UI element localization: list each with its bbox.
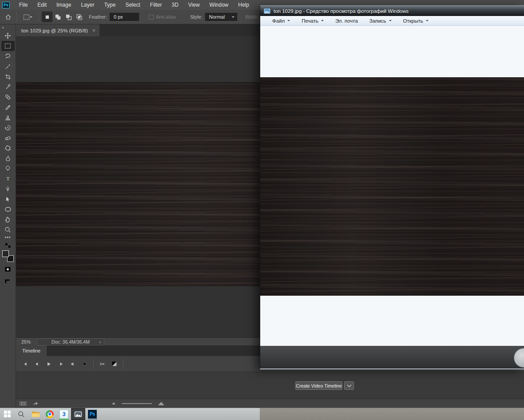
- eyedropper-tool[interactable]: [1, 82, 15, 92]
- photo-viewer-content: [260, 26, 524, 346]
- swap-colors-icon[interactable]: [1, 242, 15, 249]
- chevron-right-icon[interactable]: ›: [99, 339, 101, 345]
- previous-frame-icon[interactable]: [31, 359, 43, 369]
- menu-image[interactable]: Image: [52, 0, 76, 10]
- viewer-menu-open-label: Открыть: [403, 18, 423, 24]
- play-icon[interactable]: [43, 359, 55, 369]
- anti-alias-option: Anti-alias: [149, 14, 176, 20]
- add-to-selection-button[interactable]: [52, 12, 63, 22]
- style-select[interactable]: Normal: [205, 13, 237, 21]
- document-tab[interactable]: ton 1029.jpg @ 25% (RGB/8) ×: [16, 24, 99, 36]
- close-icon[interactable]: ×: [92, 28, 95, 34]
- svg-text:T: T: [6, 176, 9, 181]
- history-brush-tool[interactable]: [1, 123, 15, 133]
- dodge-tool[interactable]: [1, 163, 15, 174]
- menu-3d[interactable]: 3D: [167, 0, 183, 10]
- hand-tool[interactable]: [1, 214, 15, 225]
- marquee-preset-icon[interactable]: [20, 12, 35, 22]
- home-icon[interactable]: [3, 12, 13, 22]
- create-video-timeline-button[interactable]: Create Video Timeline: [295, 381, 342, 390]
- gradient-tool[interactable]: [1, 143, 15, 153]
- screen: Ps File Edit Image Layer Type Select Fil…: [0, 0, 524, 420]
- timeline-zoom-in-icon[interactable]: [158, 402, 164, 405]
- type-tool[interactable]: T: [1, 174, 15, 184]
- path-selection-tool[interactable]: [1, 194, 15, 204]
- transition-icon[interactable]: [108, 359, 120, 369]
- style-value: Normal: [209, 14, 225, 20]
- new-selection-button[interactable]: [42, 12, 52, 22]
- magic-wand-tool[interactable]: [1, 61, 15, 71]
- zoom-level[interactable]: 25%: [16, 339, 37, 345]
- anti-alias-label: Anti-alias: [156, 14, 176, 20]
- chevron-down-icon: [30, 16, 32, 19]
- anti-alias-checkbox[interactable]: [149, 15, 154, 20]
- file-explorer-button[interactable]: [28, 408, 43, 420]
- timeline-zoom-out-icon[interactable]: [112, 402, 115, 404]
- first-frame-icon[interactable]: [19, 359, 31, 369]
- menu-file[interactable]: File: [14, 0, 32, 10]
- timeline-body: Create Video Timeline: [16, 372, 524, 399]
- menu-filter[interactable]: Filter: [145, 0, 167, 10]
- split-scissors-icon[interactable]: ✂: [96, 359, 108, 369]
- frames-icon[interactable]: [17, 399, 29, 408]
- render-export-arrow-icon[interactable]: [29, 399, 41, 408]
- screen-mode-icon[interactable]: [1, 276, 15, 287]
- eraser-tool[interactable]: [1, 133, 15, 143]
- audio-icon[interactable]: [67, 359, 79, 369]
- menu-view[interactable]: View: [183, 0, 205, 10]
- photo-viewer-titlebar[interactable]: ton 1029.jpg - Средство просмотра фотогр…: [260, 6, 524, 16]
- timeline-zoom-slider[interactable]: [122, 403, 152, 404]
- viewer-menu-print-label: Печать: [302, 18, 318, 24]
- taskbar: 3 Ps: [0, 408, 524, 420]
- viewer-menu-email[interactable]: Эл. почта: [329, 18, 364, 24]
- menu-help[interactable]: Help: [233, 0, 254, 10]
- chrome-button[interactable]: [43, 408, 57, 420]
- edit-toolbar-icon[interactable]: •••: [5, 235, 11, 242]
- quick-mask-icon[interactable]: [1, 264, 15, 274]
- next-photo-button[interactable]: [514, 348, 524, 368]
- collapse-panels-icon[interactable]: »: [0, 24, 4, 31]
- viewer-menu-print[interactable]: Печать: [296, 18, 329, 24]
- viewer-menu-file[interactable]: Файл: [266, 18, 296, 24]
- foreground-color-swatch[interactable]: [2, 250, 9, 257]
- move-tool[interactable]: [1, 31, 15, 41]
- ellipse-tool[interactable]: [1, 204, 15, 214]
- subtract-from-selection-button[interactable]: [63, 12, 74, 22]
- next-frame-icon[interactable]: [55, 359, 67, 369]
- document-size-status[interactable]: Doc: 36,4M/36,4M ›: [37, 338, 104, 345]
- viewer-photo: [260, 77, 524, 296]
- document-tab-title: ton 1029.jpg @ 25% (RGB/8): [21, 28, 88, 33]
- photo-viewer-taskbar-button[interactable]: [71, 408, 85, 420]
- photoshop-logo-icon[interactable]: Ps: [2, 2, 10, 8]
- viewer-menu-burn[interactable]: Запись: [364, 18, 397, 24]
- viewer-menu-burn-label: Запись: [369, 18, 386, 24]
- photoshop-icon: Ps: [88, 410, 97, 419]
- zoom-tool[interactable]: [1, 225, 15, 235]
- crop-tool[interactable]: [1, 71, 15, 82]
- settings-gear-icon[interactable]: [79, 359, 91, 369]
- create-video-timeline-dropdown[interactable]: [344, 381, 354, 390]
- photo-viewer-menubar: Файл Печать Эл. почта Запись Открыть: [260, 16, 524, 26]
- photo-viewer-title: ton 1029.jpg - Средство просмотра фотогр…: [274, 8, 409, 14]
- menu-select[interactable]: Select: [120, 0, 145, 10]
- spot-healing-brush-tool[interactable]: [1, 92, 15, 102]
- rectangular-marquee-tool[interactable]: [1, 41, 15, 51]
- menu-layer[interactable]: Layer: [76, 0, 99, 10]
- tab-timeline[interactable]: Timeline: [16, 345, 47, 356]
- menu-edit[interactable]: Edit: [32, 0, 52, 10]
- photoshop-taskbar-button[interactable]: Ps: [85, 408, 99, 420]
- clone-stamp-tool[interactable]: [1, 112, 15, 123]
- app-3-button[interactable]: 3: [57, 408, 71, 420]
- start-button[interactable]: [0, 408, 14, 420]
- chevron-down-icon: [321, 20, 324, 23]
- menu-type[interactable]: Type: [99, 0, 120, 10]
- taskbar-search-button[interactable]: [14, 408, 28, 420]
- viewer-menu-open[interactable]: Открыть: [397, 18, 434, 24]
- smudge-tool[interactable]: [1, 153, 15, 163]
- menu-window[interactable]: Window: [205, 0, 234, 10]
- brush-tool[interactable]: [1, 102, 15, 112]
- intersect-selection-button[interactable]: [74, 12, 84, 22]
- pen-tool[interactable]: [1, 184, 15, 194]
- feather-input[interactable]: 0 px: [110, 13, 139, 21]
- lasso-tool[interactable]: [1, 51, 15, 61]
